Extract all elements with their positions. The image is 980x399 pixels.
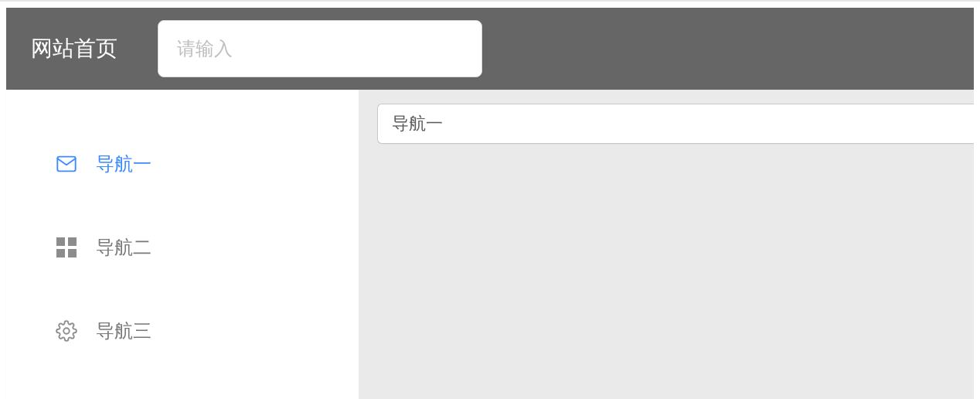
sidebar-item-label: 导航三 xyxy=(96,319,151,343)
body-wrap: 导航一 导航二 导航三 导航一 xyxy=(6,90,974,399)
svg-point-1 xyxy=(63,328,69,333)
sidebar-item-label: 导航二 xyxy=(96,235,151,260)
page-title: 网站首页 xyxy=(31,34,117,63)
sidebar: 导航一 导航二 导航三 xyxy=(6,90,359,399)
sidebar-item-label: 导航一 xyxy=(96,152,151,176)
gear-icon xyxy=(54,319,79,343)
content-title-card: 导航一 xyxy=(377,104,974,144)
content-title: 导航一 xyxy=(392,112,443,135)
svg-rect-0 xyxy=(57,157,75,172)
header: 网站首页 xyxy=(6,8,974,90)
sidebar-item-nav2[interactable]: 导航二 xyxy=(6,206,359,289)
sidebar-item-nav1[interactable]: 导航一 xyxy=(6,122,359,206)
grid-icon xyxy=(54,235,79,260)
mail-icon xyxy=(54,152,79,176)
main-content: 导航一 xyxy=(359,90,974,399)
sidebar-item-nav3[interactable]: 导航三 xyxy=(6,289,359,373)
top-divider xyxy=(0,0,980,2)
search-input[interactable] xyxy=(158,20,482,77)
